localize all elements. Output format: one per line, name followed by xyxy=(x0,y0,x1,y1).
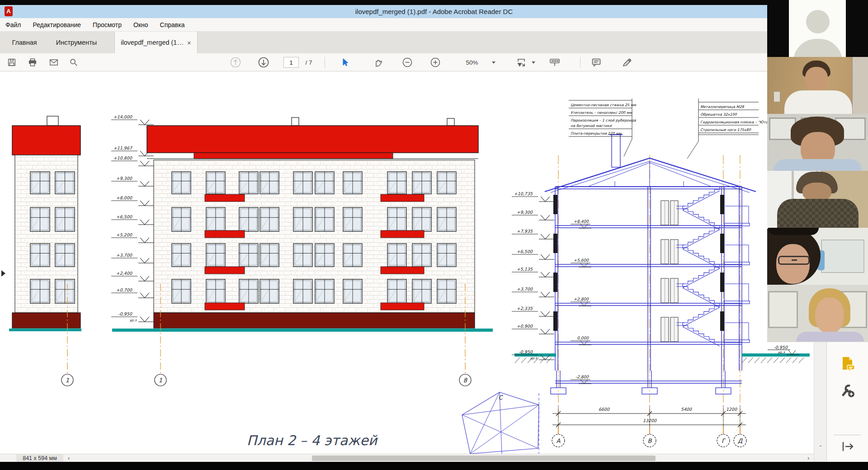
scroll-right-icon[interactable]: › xyxy=(807,454,809,462)
menu-window[interactable]: Окно xyxy=(133,21,148,28)
video-tile-participant[interactable] xyxy=(767,57,868,114)
axis-bubble-label: А xyxy=(557,437,561,444)
drawing-shape xyxy=(683,288,720,307)
ground-line xyxy=(112,329,493,332)
presentation-icon xyxy=(549,57,561,68)
pdf-page: +14,000+11,967+10,800+9,300+8,000+6,500+… xyxy=(0,71,814,454)
select-tool-button[interactable] xyxy=(339,53,352,71)
menu-bar: Файл Редактирование Просмотр Окно Справк… xyxy=(0,18,868,32)
axis-bubble-label: 1 xyxy=(66,377,69,384)
hand-tool-button[interactable] xyxy=(372,53,385,71)
ground-hatch xyxy=(780,357,785,363)
search-button[interactable] xyxy=(67,53,80,71)
floor-level-label: +5,600 xyxy=(574,258,590,263)
zoom-level-value[interactable]: 50% xyxy=(462,53,482,71)
note-text: Стропильные ноги 175х80 xyxy=(700,128,751,132)
scroll-down-icon[interactable]: ˇ xyxy=(816,445,825,453)
wrench-plus-icon xyxy=(840,382,856,399)
elevation-mark-arrow xyxy=(140,220,149,225)
dimension-label: 6600 xyxy=(599,407,610,412)
elevation-mark-label: +10,735 xyxy=(514,191,533,196)
floor-level-label: +2,800 xyxy=(574,297,590,301)
elevation-mark-label: +3,700 xyxy=(517,287,533,291)
search-icon xyxy=(69,57,79,67)
note-text: Металлочерепица М28 xyxy=(700,105,744,109)
fit-dropdown-button[interactable] xyxy=(530,53,537,71)
elevation-mark-arrow xyxy=(140,317,149,322)
zoom-in-icon xyxy=(430,57,441,68)
tab-close-icon[interactable]: × xyxy=(187,39,191,47)
video-tile-participant[interactable] xyxy=(767,285,868,342)
menu-edit[interactable]: Редактирование xyxy=(33,21,81,28)
divider xyxy=(834,435,861,435)
video-tile-participant[interactable] xyxy=(767,114,868,171)
sidebar-toggle-icon[interactable] xyxy=(1,270,5,277)
window-section xyxy=(553,234,557,253)
balcony-panel xyxy=(205,230,245,238)
elevation-mark-arrow xyxy=(541,234,550,239)
scroll-left-icon[interactable]: ‹ xyxy=(68,454,70,462)
note-text: Гидроизоляционная пленка – "Ютафол" xyxy=(700,120,778,124)
tab-document[interactable]: ilovepdf_merged (1… × xyxy=(114,32,198,53)
drawing-shape xyxy=(683,307,720,327)
ground-hatch xyxy=(793,357,797,363)
plinth xyxy=(154,313,475,328)
drawing-shape xyxy=(683,230,720,249)
menu-help[interactable]: Справка xyxy=(160,21,185,28)
save-icon xyxy=(7,57,17,67)
zoom-out-button[interactable] xyxy=(401,53,414,71)
video-tile-placeholder[interactable] xyxy=(767,0,868,57)
comment-tool-button[interactable] xyxy=(590,53,603,71)
tab-home[interactable]: Главная xyxy=(4,32,45,53)
window-section xyxy=(720,273,724,292)
scrolling-mode-button[interactable] xyxy=(547,53,562,71)
save-button[interactable] xyxy=(5,53,18,71)
email-icon xyxy=(48,57,59,67)
acrobat-logo-icon: A xyxy=(5,6,13,16)
ground-hatch xyxy=(515,357,520,363)
elevation-mark-label: +0,700 xyxy=(116,287,132,292)
video-tile-participant[interactable] xyxy=(767,171,868,228)
menu-file[interactable]: Файл xyxy=(5,21,21,28)
elevation-mark-arrow xyxy=(140,276,149,281)
tab-tools[interactable]: Инструменты xyxy=(47,32,106,53)
previous-page-icon xyxy=(230,56,241,68)
dimension-label: 5400 xyxy=(681,407,692,412)
zoom-dropdown-button[interactable] xyxy=(490,53,497,71)
elevation-mark-arrow xyxy=(541,329,550,334)
pencil-tool-button[interactable] xyxy=(620,53,634,71)
roof-truss xyxy=(588,161,712,187)
menu-view[interactable]: Просмотр xyxy=(93,21,122,28)
elevation-mark-label: +5,135 xyxy=(517,267,533,272)
chevron-down-icon xyxy=(532,61,535,64)
stair-flight xyxy=(683,284,720,303)
letterbox-bottom xyxy=(0,462,868,470)
page-size-label: 841 x 594 мм xyxy=(16,454,63,462)
zoom-in-button[interactable] xyxy=(429,53,442,71)
balcony-rail xyxy=(725,284,749,301)
video-tile-participant[interactable] xyxy=(767,228,868,285)
window-section xyxy=(720,311,724,331)
email-button[interactable] xyxy=(47,53,61,71)
horizontal-scrollbar-thumb[interactable] xyxy=(312,456,656,461)
print-button[interactable] xyxy=(26,53,39,71)
tools-pane-button[interactable] xyxy=(840,382,856,400)
dimension-label: 1200 xyxy=(726,407,737,412)
balcony-panel xyxy=(205,267,245,274)
chimney xyxy=(292,118,299,126)
window-section xyxy=(553,311,557,331)
page-number-input[interactable] xyxy=(283,57,299,68)
previous-page-button[interactable] xyxy=(229,53,242,71)
status-bar: 841 x 594 мм ‹ › xyxy=(0,454,814,462)
comments-pane-button[interactable] xyxy=(840,356,855,374)
balcony-rail xyxy=(725,206,749,223)
ground-hatch xyxy=(767,357,772,363)
axis-bubble-label: В xyxy=(648,437,652,444)
elevation-mark-arrow xyxy=(140,238,149,243)
comment-icon xyxy=(591,57,602,68)
elevation-mark-label: +7,935 xyxy=(517,229,533,234)
fit-width-button[interactable] xyxy=(514,53,528,71)
hand-icon xyxy=(373,57,384,68)
next-page-button[interactable] xyxy=(257,53,270,71)
expand-pane-button[interactable] xyxy=(841,441,854,454)
